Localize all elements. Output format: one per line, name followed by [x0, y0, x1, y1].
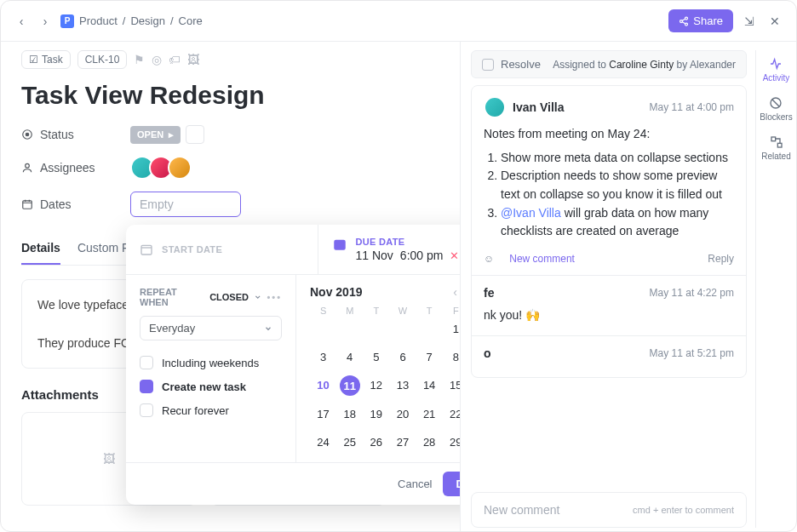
calendar-month: Nov 2019 — [310, 285, 362, 299]
calendar-day[interactable]: 20 — [389, 404, 416, 424]
emoji-button[interactable]: ☺ — [484, 253, 494, 265]
calendar-day[interactable]: 17 — [310, 404, 336, 424]
svg-point-0 — [685, 17, 688, 20]
cancel-button[interactable]: Cancel — [398, 472, 432, 496]
dates-input[interactable]: Empty — [130, 192, 241, 217]
comment: fe May 11 at 4:22 pm nk you! 🙌 — [472, 275, 746, 335]
svg-rect-10 — [771, 137, 776, 141]
comment-author: Ivan Villa — [513, 100, 564, 114]
minimize-icon[interactable]: ⇲ — [740, 14, 759, 28]
dates-label: Dates — [21, 197, 130, 211]
close-icon[interactable]: ✕ — [765, 14, 784, 28]
calendar-weekdays: SMTWTFS — [310, 306, 460, 316]
comment-time: May 11 at 4:00 pm — [650, 101, 734, 113]
calendar-day[interactable]: 13 — [389, 375, 416, 396]
calendar-day[interactable]: 26 — [363, 432, 389, 452]
calendar-day[interactable]: 14 — [416, 375, 443, 396]
svg-point-2 — [685, 23, 688, 26]
calendar-day[interactable]: 6 — [389, 347, 416, 367]
svg-rect-8 — [334, 240, 346, 250]
calendar-day[interactable]: 1 — [443, 319, 460, 339]
task-title: Task View Redesign — [21, 81, 439, 110]
include-weekends-checkbox[interactable]: Including weekends — [140, 351, 282, 375]
date-popover: START DATE DUE DATE 11 Nov 6:00 pm ✕ — [126, 225, 460, 505]
mention-link[interactable]: @Ivan Villa — [501, 206, 561, 220]
calendar-day[interactable]: 7 — [416, 347, 443, 367]
rail-activity[interactable]: Activity — [763, 57, 790, 83]
clear-due-icon[interactable]: ✕ — [450, 249, 459, 262]
rail-blockers[interactable]: Blockers — [760, 96, 792, 122]
rail-related[interactable]: Related — [761, 135, 790, 161]
comment: o May 11 at 5:21 pm — [472, 335, 746, 377]
recur-forever-checkbox[interactable]: Recur forever — [140, 398, 282, 422]
status-label: Status — [21, 128, 130, 141]
calendar-day[interactable]: 22 — [443, 404, 460, 424]
new-comment-button[interactable]: New comment — [509, 253, 575, 265]
calendar-day[interactable]: 12 — [363, 375, 389, 396]
new-comment-input[interactable]: New comment cmd + enter to comment — [471, 492, 747, 528]
calendar-day[interactable]: 4 — [336, 347, 363, 367]
project-badge: P — [60, 14, 74, 28]
resolve-bar: Resolve Assigned to Caroline Ginty by Al… — [471, 50, 747, 78]
image-icon[interactable]: 🖼 — [187, 53, 199, 66]
resolve-checkbox[interactable] — [482, 59, 494, 71]
share-button[interactable]: Share — [668, 9, 733, 32]
assignee-avatars[interactable] — [130, 156, 192, 180]
flag-icon[interactable]: ⚑ — [134, 53, 145, 66]
calendar-day[interactable]: 15 — [443, 375, 460, 396]
start-date-button[interactable]: START DATE — [126, 225, 318, 274]
svg-rect-6 — [23, 201, 32, 209]
due-date-value[interactable]: 11 Nov — [356, 249, 393, 262]
svg-point-5 — [26, 163, 30, 168]
due-date-label: DUE DATE — [356, 237, 460, 247]
calendar-day[interactable]: 27 — [389, 432, 416, 452]
reply-button[interactable]: Reply — [708, 253, 734, 265]
breadcrumb[interactable]: P Product / Design / Core — [60, 14, 203, 28]
avatar[interactable] — [484, 96, 506, 118]
assigned-to: Assigned to Caroline Ginty by Alexander — [553, 59, 736, 71]
calendar-day[interactable]: 28 — [416, 432, 443, 452]
task-chip[interactable]: ☑ Task — [21, 50, 71, 69]
calendar-day[interactable]: 29 — [443, 432, 460, 452]
calendar-day[interactable]: 3 — [310, 347, 336, 367]
calendar-day[interactable]: 24 — [310, 432, 336, 452]
calendar-day[interactable]: 21 — [416, 404, 443, 424]
create-new-task-checkbox[interactable]: Create new task — [140, 375, 282, 398]
calendar-day[interactable]: 10 — [310, 375, 336, 396]
assignees-label: Assignees — [21, 161, 130, 174]
status-complete-button[interactable] — [186, 125, 204, 144]
nav-back[interactable]: ‹ — [13, 13, 30, 30]
calendar-day[interactable]: 18 — [336, 404, 363, 424]
repeat-label[interactable]: REPEAT WHEN CLOSED ••• — [140, 287, 282, 307]
cal-prev-icon[interactable]: ‹ — [453, 285, 457, 299]
comment: Ivan Villa May 11 at 4:00 pm Notes from … — [472, 86, 746, 275]
calendar-day[interactable]: 8 — [443, 347, 460, 367]
nav-forward[interactable]: › — [37, 13, 54, 30]
target-icon[interactable]: ◎ — [152, 53, 162, 66]
calendar-day[interactable]: 19 — [363, 404, 389, 424]
tag-icon[interactable]: 🏷 — [169, 53, 181, 66]
repeat-frequency-select[interactable]: Everyday — [140, 316, 282, 340]
status-value[interactable]: OPEN ▸ — [130, 126, 181, 144]
calendar-grid[interactable]: 1234567891011121314151617181920212223242… — [310, 319, 460, 452]
avatar[interactable] — [168, 156, 192, 180]
svg-rect-7 — [141, 245, 152, 255]
svg-point-1 — [680, 20, 683, 22]
svg-rect-11 — [777, 143, 782, 147]
calendar-day[interactable]: 5 — [363, 347, 389, 367]
due-time-value[interactable]: 6:00 pm — [400, 249, 444, 262]
tab-details[interactable]: Details — [21, 232, 60, 265]
task-id-chip[interactable]: CLK-10 — [77, 50, 128, 69]
done-button[interactable]: Done — [443, 472, 461, 496]
calendar-day[interactable]: 11 — [340, 375, 360, 396]
calendar-day[interactable]: 25 — [336, 432, 363, 452]
svg-point-4 — [26, 133, 29, 136]
more-icon[interactable]: ••• — [267, 292, 282, 302]
